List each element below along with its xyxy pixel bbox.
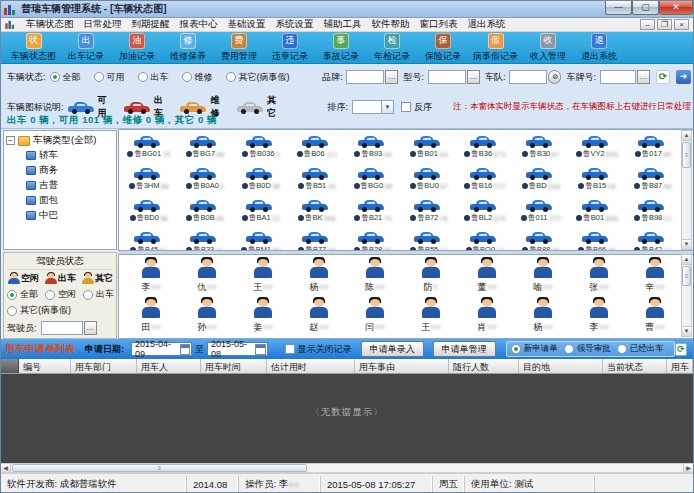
brand-more-button[interactable]: … <box>385 70 398 84</box>
calendar-icon[interactable] <box>255 344 265 355</box>
vehicle-item[interactable]: 鲁3HM 88 <box>121 165 177 197</box>
vehicle-item[interactable]: 鲁B28 86 <box>345 229 401 251</box>
driver-status-radio[interactable]: 出车 <box>83 288 114 301</box>
driver-item[interactable]: 李×× <box>571 297 627 337</box>
toolbar-button[interactable]: 油 加油记录 <box>116 33 158 63</box>
reverse-checkbox[interactable]: 反序 <box>401 101 432 114</box>
toolbar-button[interactable]: 收 收入管理 <box>527 33 569 63</box>
driver-item[interactable]: 喻×× <box>515 257 571 297</box>
column-header[interactable]: 用车事由 <box>355 359 449 373</box>
menu-item[interactable]: 退出系统 <box>463 18 511 31</box>
driver-item[interactable]: 辛×× <box>627 257 683 297</box>
driver-item[interactable]: 肖×× <box>459 297 515 337</box>
tree-item[interactable]: 面包 <box>26 194 114 207</box>
column-header[interactable]: 目的地 <box>519 359 603 373</box>
menu-item[interactable]: 日常处理 <box>79 18 127 31</box>
vehicle-item[interactable]: 鲁B66 39 <box>569 229 625 251</box>
tree-root[interactable]: − 车辆类型(全部) <box>6 134 114 147</box>
plate-more-button[interactable]: … <box>637 70 650 84</box>
toolbar-button[interactable]: 假 病事假记录 <box>473 33 518 63</box>
scroll-right-icon[interactable]: ▶ <box>683 464 693 472</box>
driver-item[interactable]: 王×× <box>403 297 459 337</box>
vehicle-item[interactable]: 鲁B51 20 <box>289 165 345 197</box>
vehicle-item[interactable]: 鲁B036 3 <box>233 133 289 165</box>
mdi-restore-button[interactable]: ❐ <box>657 19 672 30</box>
mdi-close-button[interactable]: × <box>674 19 689 30</box>
vehicle-item[interactable]: 鲁B88 65 <box>513 229 569 251</box>
minimize-button[interactable]: — <box>605 1 632 15</box>
vehicle-item[interactable]: 鲁B98 12 <box>625 197 681 229</box>
model-more-button[interactable]: … <box>467 70 480 84</box>
tree-expand-icon[interactable]: − <box>6 136 15 145</box>
vehicle-status-radio[interactable]: 其它(病事假) <box>226 71 290 84</box>
scrollbar-thumb[interactable]: ≡ <box>682 266 691 286</box>
tree-item[interactable]: 吉普 <box>26 179 114 192</box>
toolbar-button[interactable]: 出 出车记录 <box>65 33 107 63</box>
vehicle-item[interactable]: 鲁BG7 88 <box>177 133 233 165</box>
toolbar-button[interactable]: 退 退出系统 <box>578 33 620 63</box>
menu-item[interactable]: 软件帮助 <box>367 18 415 31</box>
column-header[interactable]: 当前状态 <box>603 359 667 373</box>
request-status-radio[interactable]: 领导审批 <box>564 343 611 355</box>
driver-item[interactable]: 姜×× <box>235 297 291 337</box>
vehicle-item[interactable]: 鲁BG0 98 <box>345 165 401 197</box>
toolbar-button[interactable]: 修 维修保养 <box>167 33 209 63</box>
vehicle-item[interactable]: 鲁B0B 88 <box>177 197 233 229</box>
vehicle-item[interactable]: 鲁BU0 67 <box>401 165 457 197</box>
vehicle-item[interactable]: 鲁B45 67 <box>121 229 177 251</box>
vehicle-item[interactable]: 鲁VY2 650 <box>569 133 625 165</box>
driver-item[interactable]: 孙×× <box>179 297 235 337</box>
driver-item[interactable]: 王×× <box>235 257 291 297</box>
driver-item[interactable]: 曹×× <box>627 297 683 337</box>
vehicle-item[interactable]: 鲁017 86 <box>625 133 681 165</box>
menu-item[interactable]: 到期提醒 <box>127 18 175 31</box>
vehicle-item[interactable]: 鲁B01 888 <box>569 197 625 229</box>
model-input[interactable] <box>428 70 466 84</box>
scroll-up-icon[interactable]: ▲ <box>682 131 691 141</box>
request-manage-button[interactable]: 申请单管理 <box>433 341 496 357</box>
column-header[interactable]: 用车 <box>667 359 693 373</box>
vehicle-item[interactable]: 鲁BA1 23 <box>233 197 289 229</box>
maximize-button[interactable]: ▢ <box>632 1 659 15</box>
column-header[interactable]: 编号 <box>19 359 71 373</box>
vehicle-item[interactable]: 鲁B06 111 <box>289 133 345 165</box>
vehicle-item[interactable]: 鲁B33 21 <box>177 229 233 251</box>
scroll-down-icon[interactable]: ▼ <box>682 239 691 249</box>
vehicle-status-radio[interactable]: 维修 <box>182 71 213 84</box>
fleet-input[interactable] <box>509 70 547 84</box>
vehicle-item[interactable]: 鲁B0D 36 <box>233 165 289 197</box>
vehicle-status-radio[interactable]: 可用 <box>94 71 125 84</box>
column-header[interactable]: 用车部门 <box>71 359 137 373</box>
vehicle-item[interactable]: 鲁B15 08 <box>569 165 625 197</box>
menu-item[interactable]: 报表中心 <box>175 18 223 31</box>
close-button[interactable]: ✕ <box>659 1 693 15</box>
menu-item[interactable]: 窗口列表 <box>415 18 463 31</box>
date-to-input[interactable]: 2015-05-08 <box>207 342 268 356</box>
driver-item[interactable]: 赵×× <box>291 297 347 337</box>
column-header[interactable]: 随行人数 <box>449 359 519 373</box>
vehicle-item[interactable]: 鲁B55 12 <box>401 229 457 251</box>
show-closed-checkbox[interactable]: 显示关闭记录 <box>285 343 352 356</box>
request-status-radio[interactable]: 新申请单 <box>511 343 558 355</box>
scrollbar-thumb[interactable]: ≡ <box>12 464 307 472</box>
driver-item[interactable]: 陈×× <box>347 257 403 297</box>
vehicle-item[interactable]: 鲁BD 238 <box>513 165 569 197</box>
vehicle-item[interactable]: 鲁B72 18 <box>401 197 457 229</box>
request-entry-button[interactable]: 申请单录入 <box>361 341 424 357</box>
scroll-down-icon[interactable]: ▼ <box>682 326 691 336</box>
driver-more-button[interactable]: … <box>84 321 97 335</box>
driver-other-radio[interactable]: 其它(病事假) <box>7 304 71 317</box>
horizontal-scrollbar[interactable]: ◀ ≡ ▶ <box>1 463 693 473</box>
menu-item[interactable]: 车辆状态图 <box>21 18 79 31</box>
calendar-icon[interactable] <box>180 344 190 355</box>
driver-item[interactable]: 李×× <box>123 257 179 297</box>
toolbar-button[interactable]: 检 年检记录 <box>371 33 413 63</box>
vehicle-item[interactable]: 鲁BL2 025 <box>457 197 513 229</box>
vehicle-item[interactable]: 鲁BG01 75 <box>121 133 177 165</box>
vehicle-status-radio[interactable]: 全部 <box>50 71 81 84</box>
driver-item[interactable]: 杨×× <box>291 257 347 297</box>
column-header[interactable]: 用车人 <box>137 359 201 373</box>
driver-item[interactable]: 田×× <box>123 297 179 337</box>
driver-status-radio[interactable]: 全部 <box>7 288 38 301</box>
vehicle-item[interactable]: 鲁B21 79 <box>345 197 401 229</box>
